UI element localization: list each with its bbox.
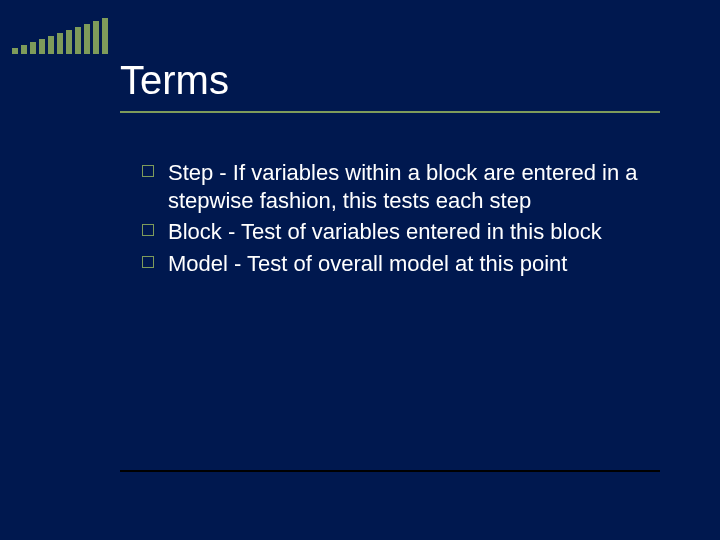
list-item: Step - If variables within a block are e… [142,159,660,214]
bullet-list: Step - If variables within a block are e… [120,159,660,277]
footer-rule [120,470,660,472]
title-underline [120,111,660,113]
list-item: Model - Test of overall model at this po… [142,250,660,278]
corner-bars-decoration [12,18,108,54]
list-item: Block - Test of variables entered in thi… [142,218,660,246]
slide-content: Terms Step - If variables within a block… [120,58,660,281]
slide-title: Terms [120,58,660,103]
